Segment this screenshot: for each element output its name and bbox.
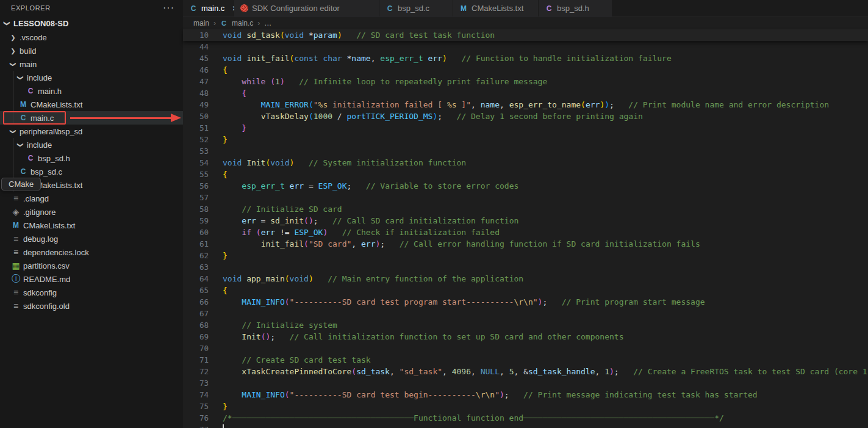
code-text: if (err != ESP_OK) // Check if initializ… (223, 227, 500, 238)
code-line[interactable]: 56 esp_err_t err = ESP_OK; // Variable t… (183, 180, 868, 192)
text-file-icon: ≡ (12, 234, 20, 244)
code-text: { (223, 169, 228, 180)
breadcrumb-separator-icon: › (213, 19, 216, 27)
code-text: // Initialize system (223, 319, 337, 331)
code-line[interactable]: 64void app_main(void) // Main entry func… (183, 273, 868, 285)
explorer-item-partitions-csv[interactable]: ▦partitions.csv (0, 259, 183, 272)
code-line[interactable]: 45void init_fail(const char *name, esp_e… (183, 53, 868, 64)
more-actions-icon[interactable]: ··· (163, 2, 174, 13)
text-file-icon: ≡ (12, 301, 20, 311)
code-text: Init(); // Call initialization function … (223, 331, 623, 343)
explorer-item-clangd[interactable]: ≡.clangd (0, 192, 183, 205)
explorer-item-main[interactable]: ❯main (0, 57, 183, 71)
tab-bsp-sd-h[interactable]: Cbsp_sd.h (539, 0, 612, 16)
code-line[interactable]: 75} (183, 401, 868, 412)
code-line[interactable]: 59 err = sd_init(); // Call SD card init… (183, 215, 868, 227)
code-line[interactable]: 72 xTaskCreatePinnedToCore(sd_task, "sd_… (183, 366, 868, 377)
breadcrumb-item[interactable]: main (193, 19, 209, 27)
tab-sdk-configuration-editor[interactable]: SDK Configuration editor (234, 0, 379, 16)
code-line[interactable]: 51 } (183, 122, 868, 134)
code-line[interactable]: 44 (183, 41, 868, 53)
explorer-item-sdkconfig[interactable]: ≡sdkconfig (0, 286, 183, 299)
explorer-item-cmakelists-txt[interactable]: MCMakeLists.txt (0, 219, 183, 232)
code-line[interactable]: 60 if (err != ESP_OK) // Check if initia… (183, 227, 868, 238)
code-text: { (223, 87, 246, 99)
explorer-item-cmakelists-txt[interactable]: MCMakeLists.txt (0, 98, 183, 111)
code-line[interactable]: 53 (183, 145, 868, 157)
code-line[interactable]: 73 (183, 377, 868, 389)
explorer-item-bsp-sd-c[interactable]: Cbsp_sd.c (0, 165, 183, 178)
explorer-item-main-h[interactable]: Cmain.h (0, 84, 183, 98)
code-line[interactable]: 69 Init(); // Call initialization functi… (183, 331, 868, 343)
explorer-item-gitignore[interactable]: ◈.gitignore (0, 205, 183, 219)
breadcrumb-separator-icon: › (257, 19, 260, 27)
explorer-item-dependencies-lock[interactable]: ≡dependencies.lock (0, 245, 183, 259)
chevron-down-icon: ❯ (10, 61, 16, 68)
h-file-icon: C (26, 154, 35, 162)
code-line[interactable]: 77 (183, 424, 868, 428)
item-label: bsp_sd.c (30, 167, 62, 176)
explorer-item-include[interactable]: ❯include (0, 138, 183, 151)
code-line[interactable]: 61 init_fail("SD card", err); // Call er… (183, 238, 868, 250)
line-number: 48 (183, 87, 223, 99)
code-line[interactable]: 54void Init(void) // System initializati… (183, 157, 868, 169)
code-line[interactable]: 70 (183, 343, 868, 354)
line-number: 54 (183, 157, 223, 169)
explorer-item-vscode[interactable]: ❯.vscode (0, 31, 183, 44)
tab-label: bsp_sd.h (557, 4, 589, 13)
explorer-item-include[interactable]: ❯include (0, 71, 183, 84)
tab-cmakelists-txt[interactable]: MCMakeLists.txt (453, 0, 539, 16)
explorer-item-sdkconfig-old[interactable]: ≡sdkconfig.old (0, 299, 183, 313)
line-number: 70 (183, 343, 223, 354)
code-line[interactable]: 49 MAIN_ERROR("%s initialization failed … (183, 99, 868, 111)
code-line[interactable]: 57 (183, 192, 868, 203)
explorer-item-readme-md[interactable]: ⓘREADME.md (0, 272, 183, 286)
explorer-sidebar: EXPLORER ··· ❯ LESSON08-SD ❯.vscode❯buil… (0, 0, 183, 428)
tab-bsp-sd-c[interactable]: Cbsp_sd.c (379, 0, 453, 16)
code-line[interactable]: 10void sd_task(void *param) // SD card t… (183, 29, 868, 41)
code-line[interactable]: 58 // Initialize SD card (183, 203, 868, 215)
item-label: peripheral\bsp_sd (20, 127, 82, 136)
line-number: 71 (183, 354, 223, 366)
explorer-root-folder[interactable]: ❯ LESSON08-SD (0, 16, 183, 31)
code-line[interactable]: 67 (183, 308, 868, 319)
code-editor[interactable]: 4445void init_fail(const char *name, esp… (183, 41, 868, 428)
code-line[interactable]: 71 // Create SD card test task (183, 354, 868, 366)
item-label: .vscode (20, 33, 47, 42)
line-number: 53 (183, 145, 223, 157)
sticky-scroll[interactable]: 10void sd_task(void *param) // SD card t… (183, 29, 868, 41)
tab-main-c[interactable]: Cmain.c✕ (183, 0, 234, 16)
code-line[interactable]: 46{ (183, 64, 868, 76)
explorer-item-debug-log[interactable]: ≡debug.log (0, 232, 183, 245)
explorer-header: EXPLORER ··· (0, 0, 183, 16)
code-text: esp_err_t err = ESP_OK; // Variable to s… (223, 180, 518, 192)
item-label: CMakeLists.txt (23, 221, 75, 230)
code-line[interactable]: 66 MAIN_INFO("----------SD card test pro… (183, 296, 868, 308)
code-text: // Create SD card test task (223, 354, 371, 366)
code-line[interactable]: 52} (183, 134, 868, 145)
tab-label: CMakeLists.txt (472, 4, 523, 13)
code-line[interactable]: 63 (183, 261, 868, 273)
breadcrumb-item[interactable]: main.c (232, 19, 253, 27)
code-line[interactable]: 74 MAIN_INFO("----------SD card test beg… (183, 389, 868, 401)
code-line[interactable]: 48 { (183, 87, 868, 99)
gitignore-icon: ◈ (12, 207, 20, 217)
code-line[interactable]: 62} (183, 250, 868, 261)
breadcrumb: main›Cmain.c›… (183, 17, 868, 29)
breadcrumb-item[interactable]: … (264, 19, 271, 27)
annotation-arrow (70, 117, 172, 119)
code-line[interactable]: 65{ (183, 285, 868, 296)
code-line[interactable]: 50 vTaskDelay(1000 / portTICK_PERIOD_MS)… (183, 111, 868, 122)
line-number: 65 (183, 285, 223, 296)
explorer-item-bsp-sd-h[interactable]: Cbsp_sd.h (0, 151, 183, 165)
code-line[interactable]: 47 while (1) // Infinite loop to repeate… (183, 76, 868, 87)
code-line[interactable]: 68 // Initialize system (183, 319, 868, 331)
code-line[interactable]: 76/*────────────────────────────────────… (183, 412, 868, 424)
code-text: } (223, 250, 228, 261)
text-cursor (223, 424, 224, 428)
code-line[interactable]: 55{ (183, 169, 868, 180)
explorer-item-peripheral-bsp-sd[interactable]: ❯peripheral\bsp_sd (0, 125, 183, 138)
line-number: 57 (183, 192, 223, 203)
line-number: 59 (183, 215, 223, 227)
explorer-item-build[interactable]: ❯build (0, 44, 183, 57)
